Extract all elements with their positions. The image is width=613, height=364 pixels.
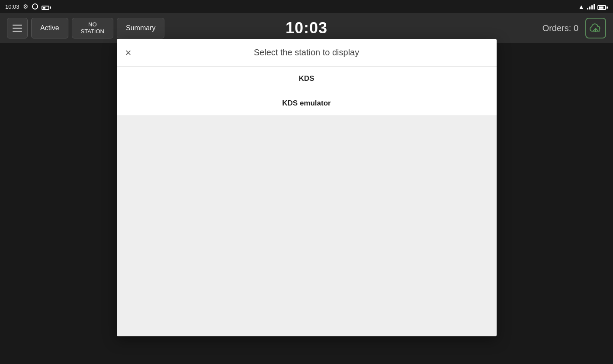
hamburger-icon [13,31,22,32]
station-item-kds-emulator[interactable]: KDS emulator [117,91,497,116]
menu-button[interactable] [7,18,28,38]
cloud-button[interactable] [585,18,606,38]
station-select-modal: × Select the station to display KDS KDS … [117,39,497,336]
active-tab-button[interactable]: Active [31,18,68,38]
battery-status-icon [597,3,608,10]
circle-icon [32,3,38,10]
station-list: KDS KDS emulator [117,67,497,116]
cloud-icon [590,23,602,33]
wifi-icon: ▲ [578,3,584,10]
status-bar-left: 10:03 ⚙ [5,3,51,10]
toolbar-left: Active NO STATION Summary [7,18,164,38]
modal-close-button[interactable]: × [125,48,132,58]
signal-bars [587,3,595,10]
modal-title: Select the station to display [127,48,486,57]
hamburger-icon [13,25,22,26]
status-bar-right: ▲ [578,3,608,10]
toolbar-right: Orders: 0 [542,18,606,38]
battery-icon [42,3,51,10]
status-time: 10:03 [5,3,19,10]
station-item-kds[interactable]: KDS [117,67,497,91]
modal-overlay: × Select the station to display KDS KDS … [0,43,613,364]
modal-empty-area [117,116,497,336]
summary-tab-button[interactable]: Summary [117,18,164,38]
hamburger-icon [13,28,22,29]
orders-count: Orders: 0 [542,23,578,33]
gear-icon: ⚙ [23,3,29,10]
status-bar: 10:03 ⚙ ▲ [0,0,613,13]
no-station-tab-button[interactable]: NO STATION [72,18,113,38]
toolbar-time: 10:03 [286,19,327,37]
modal-header: × Select the station to display [117,39,497,67]
